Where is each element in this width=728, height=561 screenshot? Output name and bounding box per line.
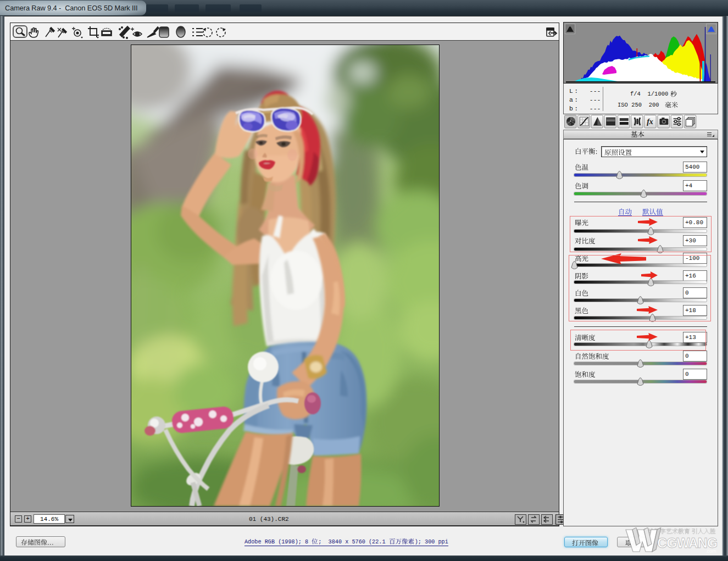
svg-text:.com: .com [705,548,716,554]
svg-text:fx: fx [647,118,653,126]
